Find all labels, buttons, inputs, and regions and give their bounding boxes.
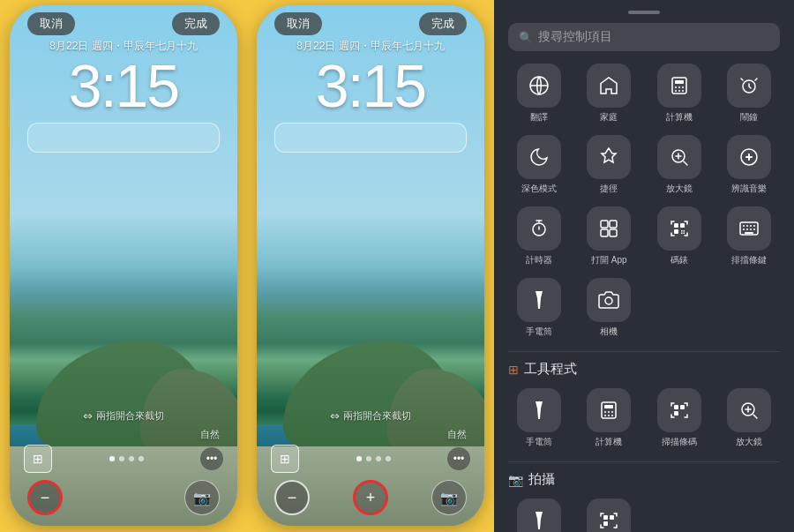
- cc-item-home[interactable]: 家庭: [579, 64, 640, 123]
- cc-item-shortcuts[interactable]: 捷徑: [579, 135, 640, 194]
- dot-2: [119, 456, 124, 461]
- top-buttons-middle: 取消 完成: [257, 12, 484, 35]
- cc-label-darkmode: 深色模式: [521, 184, 557, 194]
- bottom-actions-middle: − + 📷: [257, 476, 484, 515]
- widget-box-middle: [274, 123, 467, 153]
- more-button-left[interactable]: •••: [200, 447, 223, 470]
- cc-item-flashlight[interactable]: 手電筒: [508, 278, 570, 337]
- bottom-controls-left: ⊞ •••: [10, 445, 237, 473]
- cc-icon-camera-main: [587, 278, 631, 322]
- cc-icon-home: [587, 64, 631, 108]
- drag-handle[interactable]: [628, 11, 660, 14]
- done-button-middle[interactable]: 完成: [419, 12, 467, 35]
- svg-rect-20: [681, 230, 683, 232]
- cc-item-t-scan[interactable]: 掃描條碼: [648, 388, 710, 447]
- svg-rect-15: [601, 229, 608, 236]
- dot-1: [109, 456, 115, 461]
- cc-item-p-flashlight[interactable]: 手電筒: [508, 498, 570, 532]
- pinch-icon-middle: ⇔: [330, 409, 340, 423]
- control-center-panel: 🔍 搜尋控制項目 翻譯 家庭 計算機 鬧鐘: [494, 0, 794, 532]
- top-buttons-left: 取消 完成: [10, 12, 237, 35]
- dot-3: [129, 456, 134, 461]
- photo-label-section: 拍攝: [528, 471, 555, 488]
- cc-icon-t-flashlight: [517, 388, 561, 432]
- search-placeholder: 搜尋控制項目: [538, 29, 612, 45]
- cc-label-t-calculator: 計算機: [596, 437, 622, 447]
- dot-m3: [376, 456, 381, 461]
- cc-item-t-magnifier[interactable]: 放大鏡: [719, 388, 781, 447]
- clock-left: 3:15: [10, 56, 237, 116]
- section-tools-title: ⊞ 工具程式: [508, 361, 780, 378]
- cc-label-magnifier: 放大鏡: [666, 184, 693, 194]
- cc-item-timer[interactable]: 計時器: [508, 206, 570, 266]
- more-button-middle[interactable]: •••: [447, 447, 470, 470]
- cc-main-grid: 翻譯 家庭 計算機 鬧鐘 深色模式: [508, 64, 780, 337]
- cc-label-scan: 碼錶: [670, 255, 688, 266]
- cc-icon-scan: [657, 206, 701, 251]
- cc-label-calculator: 計算機: [666, 112, 693, 123]
- svg-rect-21: [683, 230, 685, 232]
- cc-item-t-flashlight[interactable]: 手電筒: [508, 388, 570, 447]
- svg-rect-16: [610, 229, 617, 236]
- cc-icon-timer: [517, 206, 561, 251]
- cc-item-alarm[interactable]: 鬧鐘: [719, 64, 781, 123]
- tools-grid: 手電筒 計算機 掃描條碼 放大鏡: [508, 388, 780, 447]
- bottom-controls-middle: ⊞ •••: [257, 445, 484, 473]
- cc-icon-magnifier: [657, 135, 701, 179]
- cc-icon-openapp: [587, 206, 631, 251]
- svg-rect-43: [674, 405, 678, 409]
- done-button-left[interactable]: 完成: [172, 12, 220, 35]
- svg-point-41: [608, 415, 610, 416]
- cc-icon-darkmode: [517, 135, 561, 179]
- bottom-actions-left: − 📷: [10, 476, 237, 515]
- cc-item-p-scan[interactable]: 掃描條碼: [579, 498, 640, 532]
- cc-item-darkmode[interactable]: 深色模式: [508, 135, 570, 194]
- cc-label-home: 家庭: [600, 112, 618, 123]
- phone-top-middle: 取消 完成 8月22日 週四・甲辰年七月十九 3:15: [257, 5, 484, 160]
- camera-button-left[interactable]: 📷: [184, 480, 220, 515]
- cc-label-t-flashlight: 手電筒: [526, 437, 552, 447]
- phone-top-left: 取消 完成 8月22日 週四・甲辰年七月十九 3:15: [10, 5, 237, 160]
- phone-bottom-left: ⇔ 兩指開合來截切 自然 ⊞ ••• − 📷: [10, 409, 237, 526]
- add-button-middle[interactable]: +: [353, 480, 388, 515]
- cc-item-camera-main[interactable]: 相機: [579, 278, 640, 337]
- cc-label-translate: 翻譯: [530, 112, 548, 123]
- cc-item-magnifier[interactable]: 放大鏡: [648, 135, 710, 194]
- cc-item-keyboard[interactable]: 排擋條鍵: [719, 206, 781, 266]
- cc-item-t-calculator[interactable]: 計算機: [579, 388, 640, 447]
- remove-button-middle[interactable]: −: [274, 480, 310, 515]
- cc-label-shortcuts: 捷徑: [600, 184, 618, 194]
- svg-point-7: [678, 90, 680, 92]
- svg-rect-49: [603, 521, 608, 526]
- svg-rect-17: [674, 223, 678, 228]
- cc-label-flashlight: 手電筒: [526, 326, 552, 337]
- cc-item-translate[interactable]: 翻譯: [508, 64, 570, 123]
- svg-rect-47: [603, 515, 608, 520]
- gallery-icon-left[interactable]: ⊞: [24, 445, 52, 473]
- svg-point-34: [605, 297, 612, 304]
- cc-item-shazam[interactable]: 辨識音樂: [719, 135, 781, 194]
- svg-rect-36: [604, 405, 613, 408]
- svg-point-40: [604, 415, 606, 416]
- plus-icon-middle: +: [366, 489, 376, 507]
- photo-label-middle: 自然: [257, 428, 467, 441]
- section-photo-title: 📷 拍攝: [508, 471, 780, 488]
- camera-button-middle[interactable]: 📷: [431, 480, 467, 515]
- cancel-button-left[interactable]: 取消: [27, 12, 75, 35]
- remove-button-left[interactable]: −: [27, 480, 63, 515]
- cancel-button-middle[interactable]: 取消: [274, 12, 322, 35]
- gallery-icon-middle[interactable]: ⊞: [271, 445, 299, 473]
- pinch-text-middle: 兩指開合來截切: [343, 409, 411, 423]
- cc-label-t-scan: 掃描條碼: [662, 437, 697, 447]
- svg-rect-48: [610, 515, 614, 520]
- cc-item-openapp[interactable]: 打開 App: [579, 206, 640, 266]
- cc-item-scan[interactable]: 碼錶: [648, 206, 710, 266]
- cc-item-calculator[interactable]: 計算機: [648, 64, 710, 123]
- dot-m1: [356, 456, 362, 461]
- search-bar[interactable]: 🔍 搜尋控制項目: [508, 23, 780, 51]
- cc-icon-alarm: [727, 64, 771, 108]
- svg-point-37: [604, 411, 606, 413]
- svg-rect-22: [681, 233, 683, 235]
- svg-point-42: [611, 415, 613, 416]
- cc-icon-t-scan: [657, 388, 701, 432]
